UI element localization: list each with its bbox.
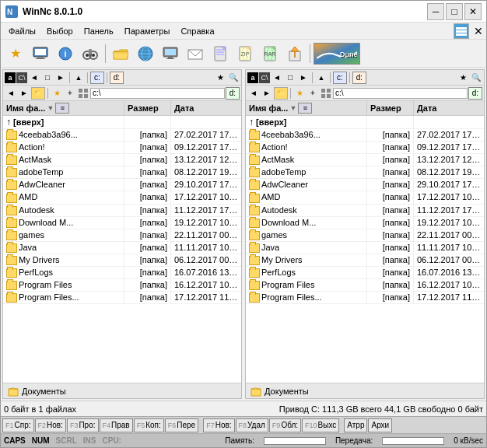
fn-key-button[interactable]: F10Выхс: [302, 418, 339, 432]
right-tb-forward[interactable]: ►: [261, 87, 273, 100]
left-panel-updir-button[interactable]: ▲: [72, 72, 85, 84]
list-item[interactable]: PerfLogs[папка]16.07.2016 13:47: [3, 267, 241, 279]
right-col-toggle[interactable]: ≡: [298, 103, 312, 114]
minimize-button[interactable]: ─: [427, 3, 444, 20]
left-tb-star[interactable]: ★: [51, 87, 63, 100]
list-item[interactable]: My Drivers[папка]06.12.2017 00:28: [246, 254, 484, 267]
right-panel-back-button[interactable]: ◄: [271, 72, 283, 84]
list-item[interactable]: Download M...[папка]19.12.2017 10:02: [246, 217, 484, 229]
list-item[interactable]: games[папка]22.11.2017 00:25: [3, 229, 241, 242]
right-panel-bookmark-button[interactable]: ★: [457, 72, 469, 84]
right-panel-search-button[interactable]: 🔍: [470, 72, 482, 84]
list-item[interactable]: My Drivers[папка]06.12.2017 00:28: [3, 254, 241, 267]
list-item[interactable]: ↑[вверх]: [246, 116, 484, 129]
list-item[interactable]: PerfLogs[папка]16.07.2016 13:47: [246, 267, 484, 279]
right-path-display[interactable]: c:\: [333, 88, 468, 99]
left-path-display[interactable]: c:\: [90, 88, 225, 99]
list-item[interactable]: Java[папка]11.11.2017 10:43: [246, 242, 484, 254]
left-tb-back[interactable]: ◄: [5, 87, 17, 100]
list-item[interactable]: ↑[вверх]: [3, 116, 241, 129]
toolbar-globe-button[interactable]: [134, 43, 157, 65]
fn-key-button[interactable]: F5Коп:: [134, 418, 164, 432]
list-item[interactable]: ActMask[папка]13.12.2017 12:09: [246, 154, 484, 166]
list-item[interactable]: Program Files[папка]16.12.2017 10:34: [3, 279, 241, 292]
left-panel-drive-c[interactable]: c:: [90, 72, 104, 84]
list-item[interactable]: games[папка]22.11.2017 00:25: [246, 229, 484, 242]
toolbar-mail-button[interactable]: [184, 43, 207, 65]
list-item[interactable]: AMD[папка]17.12.2017 10:30: [3, 191, 241, 204]
right-tb-star[interactable]: ★: [293, 87, 306, 100]
list-item[interactable]: Autodesk[папка]11.12.2017 17:56: [246, 205, 484, 217]
menu-params[interactable]: Параметры: [120, 25, 175, 37]
list-item[interactable]: Java[папка]11.11.2017 10:43: [3, 242, 241, 254]
left-panel-search-button[interactable]: 🔍: [227, 72, 240, 84]
maximize-button[interactable]: □: [446, 3, 463, 20]
left-file-list[interactable]: ↑[вверх]4ceebab3a96...[папка]27.02.2017 …: [3, 116, 241, 383]
list-item[interactable]: ActMask[папка]13.12.2017 12:09: [3, 154, 241, 166]
toolbar-search-button[interactable]: [79, 43, 102, 65]
fn-key-button[interactable]: F1Спр:: [2, 418, 34, 432]
fn-key-button[interactable]: F9Обл:: [269, 418, 301, 432]
list-item[interactable]: Action![папка]09.12.2017 17:38: [3, 142, 241, 154]
list-item[interactable]: Download M...[папка]19.12.2017 10:02: [3, 217, 241, 229]
left-panel-bookmark-button[interactable]: ★: [214, 72, 226, 84]
left-header-size[interactable]: Размер: [124, 101, 171, 115]
right-file-list[interactable]: ↑[вверх]4ceebab3a96...[папка]27.02.2017 …: [246, 116, 484, 383]
toolbar-favorite-button[interactable]: ★: [4, 43, 27, 65]
list-item[interactable]: Autodesk[папка]11.12.2017 17:56: [3, 205, 241, 217]
menu-select[interactable]: Выбор: [42, 25, 78, 37]
menu-panel[interactable]: Панель: [79, 25, 118, 37]
toolbar-archive2-button[interactable]: RAR: [258, 43, 282, 65]
toolbar-zip1-button[interactable]: [208, 43, 232, 65]
menu-settings-icon[interactable]: [454, 23, 469, 39]
right-panel-drive-d2[interactable]: d:: [468, 87, 482, 100]
fn-key-button[interactable]: F4Прав: [100, 418, 133, 432]
list-item[interactable]: Program Files[папка]16.12.2017 10:34: [246, 279, 484, 292]
right-tb-new[interactable]: +: [307, 87, 319, 100]
fn-key-button[interactable]: Атрр: [344, 418, 367, 432]
right-panel-drive-c[interactable]: c:: [333, 72, 347, 84]
left-tb-forward[interactable]: ►: [18, 87, 30, 100]
fn-key-button[interactable]: F2Нов:: [35, 418, 66, 432]
right-header-date[interactable]: Дата: [414, 101, 484, 115]
right-tb-grid[interactable]: [320, 87, 332, 100]
left-panel-box-button[interactable]: □: [41, 72, 54, 84]
close-panels-icon[interactable]: ✕: [474, 25, 483, 37]
right-header-name[interactable]: Имя фа... ▼ ≡: [246, 101, 367, 115]
fn-key-button[interactable]: F3Про:: [67, 418, 99, 432]
left-panel-drive-d2[interactable]: d:: [226, 87, 240, 100]
list-item[interactable]: Program Files...[папка]17.12.2017 11:30: [246, 292, 484, 304]
left-header-date[interactable]: Дата: [171, 101, 241, 115]
list-item[interactable]: adobeTemp[папка]08.12.2017 19:40: [3, 166, 241, 179]
list-item[interactable]: 4ceebab3a96...[папка]27.02.2017 17:55: [3, 129, 241, 142]
right-panel-updir-button[interactable]: ▲: [315, 72, 328, 84]
toolbar-info-button[interactable]: i: [54, 43, 77, 65]
menu-help[interactable]: Справка: [176, 25, 219, 37]
toolbar-zip2-button[interactable]: ZIP: [233, 43, 257, 65]
list-item[interactable]: AdwCleaner[папка]29.10.2017 17:09: [3, 179, 241, 191]
toolbar-computer-button[interactable]: [29, 43, 52, 65]
right-panel-drive-d[interactable]: d:: [352, 72, 366, 84]
left-panel-drive-d[interactable]: d:: [110, 72, 124, 84]
fn-key-button[interactable]: Архи: [368, 418, 392, 432]
list-item[interactable]: 4ceebab3a96...[папка]27.02.2017 17:55: [246, 129, 484, 142]
left-tb-grid[interactable]: [77, 87, 89, 100]
fn-key-button[interactable]: F8Удал: [236, 418, 268, 432]
right-header-size[interactable]: Размер: [367, 101, 414, 115]
list-item[interactable]: AdwCleaner[папка]29.10.2017 17:09: [246, 179, 484, 191]
fn-key-button[interactable]: F6Пере: [165, 418, 198, 432]
toolbar-monitor-button[interactable]: [159, 43, 182, 65]
left-col-toggle[interactable]: ≡: [55, 103, 69, 114]
list-item[interactable]: AMD[папка]17.12.2017 10:30: [246, 191, 484, 204]
fn-key-button[interactable]: F7Нов:: [203, 418, 234, 432]
right-panel-box-button[interactable]: □: [284, 72, 296, 84]
toolbar-folder-button[interactable]: [109, 43, 132, 65]
list-item[interactable]: Action![папка]09.12.2017 17:38: [246, 142, 484, 154]
left-tb-new[interactable]: +: [64, 87, 76, 100]
list-item[interactable]: adobeTemp[папка]08.12.2017 19:40: [246, 166, 484, 179]
list-item[interactable]: Program Files...[папка]17.12.2017 11:30: [3, 292, 241, 304]
menu-files[interactable]: Файлы: [4, 25, 40, 37]
toolbar-extract-button[interactable]: [283, 43, 307, 65]
right-tb-back[interactable]: ◄: [247, 87, 260, 100]
left-panel-back-button[interactable]: ◄: [28, 72, 40, 84]
